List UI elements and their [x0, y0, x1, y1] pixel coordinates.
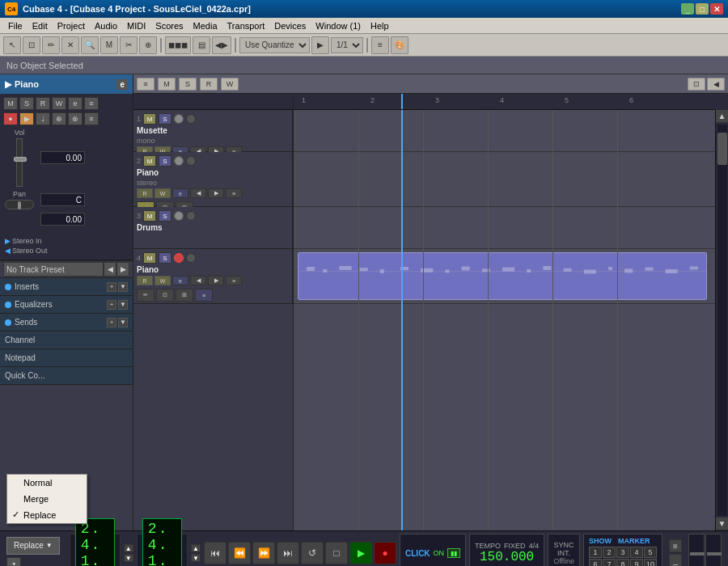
menu-help[interactable]: Help — [366, 19, 394, 32]
erase-tool-button[interactable]: ✕ — [61, 36, 79, 54]
mixer-fader-1[interactable] — [688, 534, 705, 566]
mute-tool-button[interactable]: M — [100, 36, 118, 54]
sends-expand-icon[interactable]: ▼ — [118, 318, 128, 327]
record-btn[interactable]: ● — [374, 542, 396, 564]
record-replace-option[interactable]: Replace — [7, 507, 87, 523]
marker-9[interactable]: 9 — [630, 559, 643, 566]
track4-s-btn[interactable]: S — [159, 252, 171, 264]
channel-s-button[interactable]: S — [19, 97, 34, 110]
pan-knob[interactable] — [5, 200, 34, 209]
menu-audio[interactable]: Audio — [90, 19, 122, 32]
tracks-scroll-left[interactable]: ◀ — [707, 78, 725, 91]
mixer-fader-2[interactable] — [705, 534, 722, 566]
marker-4[interactable]: 4 — [630, 547, 643, 558]
channel-record-button[interactable]: ● — [3, 112, 18, 125]
sends-add-icon[interactable]: + — [107, 318, 116, 327]
transport-minimize-btn[interactable]: _ — [669, 554, 682, 566]
volume-fader[interactable] — [16, 138, 23, 187]
track1-s-btn[interactable]: S — [159, 113, 171, 125]
track3-enable-btn[interactable] — [186, 211, 196, 221]
marker-10[interactable]: 10 — [644, 559, 657, 566]
draw-tool-button[interactable]: ✏ — [42, 36, 60, 54]
click-toggle[interactable]: ▮▮ — [447, 548, 460, 558]
quantize-button[interactable]: ◀▶ — [212, 36, 231, 54]
track1-record-btn[interactable] — [174, 114, 184, 124]
track4-record-btn[interactable] — [174, 253, 184, 263]
track2-w-btn[interactable]: W — [154, 188, 171, 198]
notepad-header[interactable]: Notepad — [0, 349, 133, 367]
track2-record-btn[interactable] — [174, 156, 184, 166]
close-button[interactable]: ✕ — [710, 3, 723, 15]
track1-m-btn[interactable]: M — [143, 113, 156, 125]
track2-r-btn[interactable]: R — [137, 188, 153, 198]
fast-forward-btn[interactable]: ⏩ — [252, 542, 275, 564]
scroll-track[interactable] — [717, 125, 727, 516]
channel-w-button[interactable]: W — [52, 97, 66, 110]
channel-settings-button[interactable]: ≡ — [84, 97, 99, 110]
track2-send1-btn[interactable]: ◀ — [190, 188, 206, 198]
tracks-header-btn1[interactable]: ≡ — [137, 78, 154, 91]
scroll-up-arrow[interactable]: ▲ — [716, 110, 729, 123]
quantize-select[interactable]: Use Quantize — [239, 37, 310, 53]
menu-transport[interactable]: Transport — [222, 19, 270, 32]
track2-enable-btn[interactable] — [186, 156, 196, 166]
select-tool-button[interactable]: ↖ — [3, 36, 21, 54]
record-mode-button[interactable]: Replace ▼ — [6, 537, 60, 555]
scroll-down-arrow[interactable]: ▼ — [716, 517, 729, 530]
track-preset-next[interactable]: ▶ — [116, 262, 129, 277]
tempo-value[interactable]: 150.000 — [480, 550, 534, 564]
track4-eq-btn[interactable]: e — [172, 276, 188, 285]
stop-btn[interactable]: □ — [325, 542, 348, 564]
snap-button[interactable]: ◼◼◼ — [165, 36, 191, 54]
play-btn[interactable]: ▶ — [349, 542, 372, 564]
tracks-header-btn3[interactable]: S — [179, 78, 197, 91]
marker-6[interactable]: 6 — [589, 559, 602, 566]
track3-record-btn[interactable] — [174, 211, 184, 221]
eq-add-icon[interactable]: + — [107, 300, 116, 310]
channel-loop-button[interactable]: ⊕ — [52, 112, 66, 125]
equalizers-header[interactable]: Equalizers + ▼ — [0, 296, 133, 314]
nudge-up-btn[interactable]: ▲ — [124, 544, 133, 552]
tracks-header-btn2[interactable]: M — [158, 78, 176, 91]
track4-send2-btn[interactable]: ▶ — [208, 276, 224, 285]
transport-small-btn1[interactable]: ● — [6, 557, 21, 567]
quantize-apply[interactable]: ▶ — [311, 36, 329, 54]
channel-m-button[interactable]: M — [3, 97, 18, 110]
right-scrollbar[interactable]: ▲ ▼ — [715, 110, 728, 530]
menu-media[interactable]: Media — [188, 19, 222, 32]
nudge2-down-btn[interactable]: ▼ — [191, 554, 201, 562]
sends-header[interactable]: Sends + ▼ — [0, 314, 133, 332]
color-button[interactable]: 🎨 — [391, 36, 408, 54]
track-preset-arrow[interactable]: ◀ — [104, 262, 116, 277]
zoom-tool-button[interactable]: 🔍 — [81, 36, 99, 54]
channel-mute-button[interactable]: ⊗ — [68, 112, 83, 125]
menu-scores[interactable]: Scores — [150, 19, 188, 32]
track3-s-btn[interactable]: S — [159, 210, 171, 222]
channel-e-button[interactable]: e — [68, 97, 83, 110]
maximize-button[interactable]: □ — [696, 3, 709, 15]
marker-1[interactable]: 1 — [589, 547, 602, 558]
quickco-header[interactable]: Quick Co... — [0, 367, 133, 385]
track2-m-btn[interactable]: M — [143, 155, 156, 167]
marker-5[interactable]: 5 — [644, 547, 657, 558]
track4-fader-btn[interactable]: ≡ — [226, 276, 242, 285]
menu-devices[interactable]: Devices — [269, 19, 311, 32]
track4-btn2[interactable]: ⊡ — [156, 289, 174, 302]
track3-m-btn[interactable]: M — [143, 210, 156, 222]
channel-monitor-button[interactable]: ▶ — [19, 112, 34, 125]
minimize-button[interactable]: _ — [681, 3, 694, 15]
track4-btn4[interactable]: ≡ — [195, 289, 213, 302]
track4-r-btn[interactable]: R — [137, 276, 153, 285]
track1-enable-btn[interactable] — [186, 114, 196, 124]
marker-7[interactable]: 7 — [603, 559, 616, 566]
split-tool-button[interactable]: ✂ — [120, 36, 138, 54]
channel-r-button[interactable]: R — [36, 97, 50, 110]
channel-header[interactable]: Channel — [0, 332, 133, 349]
track2-s-btn[interactable]: S — [159, 155, 171, 167]
track4-m-btn[interactable]: M — [143, 252, 156, 264]
rewind-btn[interactable]: ⏪ — [228, 542, 251, 564]
note-length-select[interactable]: 1/1 — [331, 37, 363, 53]
inspector-header[interactable]: ▶ Piano e — [0, 74, 133, 94]
menu-midi[interactable]: MIDI — [122, 19, 150, 32]
track4-w-btn[interactable]: W — [154, 276, 171, 285]
